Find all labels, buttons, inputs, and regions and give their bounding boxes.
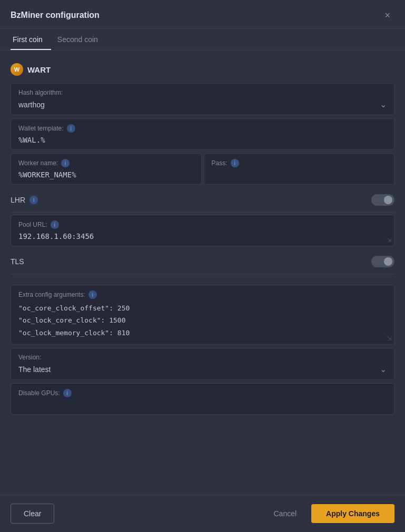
- worker-name-label: Worker name: i: [18, 159, 194, 167]
- tab-bar: First coin Second coin: [0, 29, 405, 51]
- spacer: [11, 276, 394, 283]
- lhr-info-icon: i: [29, 196, 38, 204]
- version-chevron-icon: ⌄: [380, 364, 387, 374]
- tls-toggle[interactable]: [371, 256, 394, 267]
- coin-name: WART: [27, 65, 51, 74]
- version-label: Version:: [18, 354, 387, 361]
- disable-gpus-info-icon: i: [63, 389, 72, 397]
- hash-algorithm-value: warthog: [18, 101, 380, 109]
- tls-label: TLS: [11, 257, 24, 266]
- pool-url-info-icon: i: [51, 220, 59, 229]
- clear-button[interactable]: Clear: [11, 504, 54, 524]
- worker-name-value: %WORKER_NAME%: [18, 170, 194, 179]
- pool-url-label: Pool URL: i: [18, 220, 387, 229]
- resize-handle-icon: ⇲: [387, 236, 392, 244]
- pass-info-icon: i: [231, 159, 239, 167]
- version-select[interactable]: The latest ⌄: [18, 364, 387, 374]
- wallet-template-value: %WAL.%: [18, 136, 387, 144]
- lhr-label: LHR i: [11, 196, 38, 204]
- cancel-button[interactable]: Cancel: [265, 504, 305, 523]
- footer: Clear Cancel Apply Changes: [0, 495, 405, 532]
- disable-gpus-label: Disable GPUs: i: [18, 389, 387, 397]
- modal-header: BzMiner configuration ×: [0, 0, 405, 29]
- apply-changes-button[interactable]: Apply Changes: [311, 504, 394, 523]
- pool-url-field[interactable]: Pool URL: i 192.168.1.60:3456 ⇲: [11, 215, 394, 246]
- content-area: W WART Hash algorithm: warthog ⌄ Wallet …: [0, 51, 405, 495]
- pool-url-value: 192.168.1.60:3456: [18, 232, 387, 240]
- wallet-template-info-icon: i: [67, 124, 75, 133]
- close-button[interactable]: ×: [380, 8, 394, 22]
- modal: BzMiner configuration × First coin Secon…: [0, 0, 405, 532]
- lhr-toggle[interactable]: [371, 194, 394, 206]
- tls-row: TLS: [11, 249, 394, 274]
- worker-pass-row: Worker name: i %WORKER_NAME% Pass: i: [11, 153, 394, 186]
- disable-gpus-field[interactable]: Disable GPUs: i: [11, 383, 394, 415]
- hash-algorithm-label: Hash algorithm:: [18, 89, 387, 96]
- extra-config-field[interactable]: Extra config arguments: i "oc_core_clock…: [11, 285, 394, 345]
- hash-algorithm-select[interactable]: warthog ⌄: [18, 99, 387, 109]
- extra-config-value: "oc_core_clock_offset": 250 "oc_lock_cor…: [18, 302, 387, 339]
- extra-config-label: Extra config arguments: i: [18, 290, 387, 299]
- coin-icon: W: [11, 63, 23, 76]
- version-value: The latest: [18, 365, 380, 374]
- extra-config-resize-icon: ⇲: [387, 335, 392, 342]
- footer-actions: Cancel Apply Changes: [265, 504, 395, 523]
- extra-config-info-icon: i: [88, 290, 97, 299]
- version-field[interactable]: Version: The latest ⌄: [11, 348, 394, 380]
- modal-title: BzMiner configuration: [11, 11, 100, 20]
- extra-config-line-1: "oc_core_clock_offset": 250: [18, 302, 387, 314]
- wallet-template-field[interactable]: Wallet template: i %WAL.%: [11, 118, 394, 150]
- tab-second-coin[interactable]: Second coin: [55, 29, 106, 50]
- worker-name-field[interactable]: Worker name: i %WORKER_NAME%: [11, 153, 202, 185]
- tab-first-coin[interactable]: First coin: [11, 29, 51, 50]
- coin-header: W WART: [11, 59, 394, 81]
- lhr-row: LHR i: [11, 188, 394, 213]
- worker-name-info-icon: i: [61, 159, 70, 167]
- hash-algorithm-field[interactable]: Hash algorithm: warthog ⌄: [11, 83, 394, 115]
- pass-label: Pass: i: [212, 159, 387, 167]
- wallet-template-label: Wallet template: i: [18, 124, 387, 133]
- extra-config-line-3: "oc_lock_memory_clock": 810: [18, 327, 387, 339]
- pass-field[interactable]: Pass: i: [204, 153, 395, 185]
- extra-config-line-2: "oc_lock_core_clock": 1500: [18, 314, 387, 326]
- chevron-down-icon: ⌄: [380, 99, 387, 109]
